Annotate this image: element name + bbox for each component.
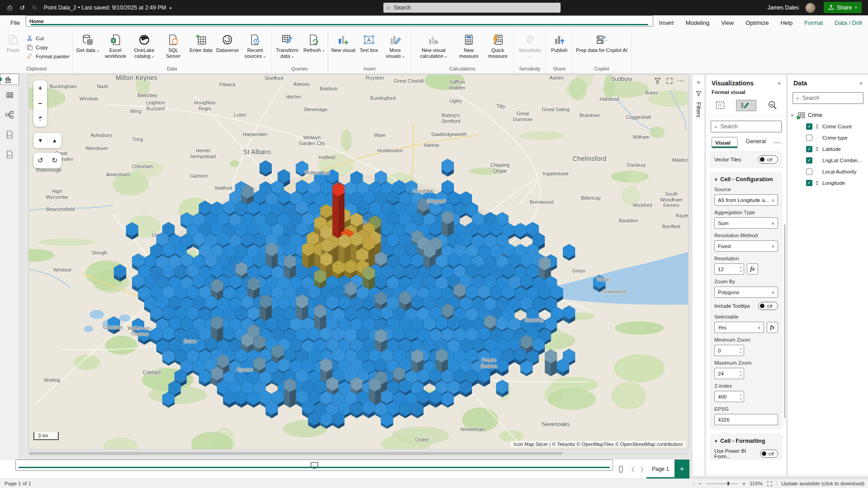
rotate-cw-button[interactable]: ↻ (48, 153, 62, 168)
new-measure-button[interactable]: New measure (454, 33, 483, 60)
zoom-slider[interactable] (706, 483, 738, 484)
enter-data-button[interactable]: Enter data (188, 33, 214, 54)
resolution-input[interactable]: 12∧∨ (714, 263, 744, 275)
get-data-button[interactable]: Get data ∨ (75, 33, 101, 54)
card-header[interactable]: ∨Cell - Formatting (714, 438, 778, 444)
more-options-icon[interactable]: ··· (678, 78, 684, 84)
aggregation-type-dropdown[interactable]: Sum∨ (714, 217, 778, 229)
build-visual-icon[interactable] (714, 99, 726, 111)
field-checkbox[interactable]: ✓ (806, 157, 812, 164)
prep-data-for-copilot-ai-button[interactable]: Prep data for Copilot AI (574, 33, 629, 54)
document-title[interactable]: Point Data_2 • Last saved: 9/10/2025 at … (44, 5, 172, 11)
tilt-control[interactable] (33, 111, 47, 127)
field-crime-count[interactable]: ✓ΣCrime Count (791, 121, 865, 132)
chevron-down-icon[interactable]: ∨ (791, 113, 795, 117)
paste-button[interactable]: Paste (1, 33, 25, 54)
zoom-by-dropdown[interactable]: Polygons∨ (714, 286, 778, 298)
zoom-out-control[interactable]: − (698, 480, 702, 487)
sidebar-item-report-view[interactable] (0, 74, 19, 85)
prev-page-arrow[interactable]: ❮ (628, 460, 637, 479)
new-visual-button[interactable]: New visual (330, 33, 357, 54)
resolution-method-dropdown[interactable]: Fixed∨ (714, 240, 778, 252)
zoom-out-button[interactable]: − (33, 96, 47, 111)
collapse-data-icon[interactable]: » (859, 80, 863, 86)
minimum-zoom-input[interactable]: 0∧∨ (714, 345, 744, 356)
quick-measure-button[interactable]: Quick measure (483, 33, 512, 60)
filter-icon[interactable] (654, 77, 661, 84)
desktop-layout-icon[interactable] (15, 460, 613, 471)
page-tab[interactable]: Page 1 (646, 460, 675, 479)
share-button[interactable]: Share∨ (824, 2, 862, 13)
toggle-switch[interactable]: Off (760, 450, 778, 458)
menu-tab-help[interactable]: Help (774, 15, 798, 30)
mobile-layout-icon[interactable] (613, 460, 628, 479)
undo-icon[interactable]: ↺ (19, 4, 25, 11)
format-visual-icon[interactable] (736, 100, 756, 111)
expand-filters-icon[interactable]: « (697, 79, 700, 85)
menu-tab-optimize[interactable]: Optimize (740, 15, 774, 30)
maximum-zoom-input[interactable]: 24∧∨ (714, 368, 744, 379)
field-checkbox[interactable]: ✓ (806, 180, 812, 186)
pitch-down-button[interactable]: ▼ (33, 133, 48, 148)
sql-server-button[interactable]: SQL Server (159, 33, 188, 60)
menu-tab-modeling[interactable]: Modeling (679, 15, 715, 30)
update-notice[interactable]: Update available (click to download) (781, 481, 864, 486)
toggle-switch[interactable]: Off (758, 302, 778, 310)
map-attribution[interactable]: Icon Map Slicer | © Tekantis © OpenMapTi… (511, 441, 685, 447)
avatar[interactable] (805, 3, 816, 13)
field-local-authority[interactable]: Local Authority (791, 166, 865, 177)
field-checkbox[interactable] (806, 169, 812, 175)
menu-tab-view[interactable]: View (715, 15, 740, 30)
next-page-arrow[interactable]: ❯ (637, 460, 646, 479)
field-latitude[interactable]: ✓ΣLatitude (791, 143, 865, 155)
toggle-switch[interactable]: Off (758, 155, 778, 164)
cut-button[interactable]: Cut (26, 34, 70, 42)
menu-tab-data-drill[interactable]: Data / Drill (829, 15, 868, 30)
rotate-ccw-button[interactable]: ↺ (33, 153, 48, 168)
menu-tab-format[interactable]: Format (798, 15, 829, 30)
map-visual[interactable]: UxbridgeLondonGreenwichWoolwichRomfordSi… (29, 75, 688, 449)
zoom-in-button[interactable]: + (33, 80, 47, 96)
panel-scrollbar[interactable] (784, 224, 786, 418)
sidebar-item-dax-query-view[interactable]: DAX (0, 125, 19, 145)
menu-tab-file[interactable]: File (5, 15, 26, 30)
pitch-up-button[interactable]: ▲ (48, 133, 62, 148)
selectable-fx-button[interactable]: fx (767, 322, 778, 333)
fit-to-page-icon[interactable] (767, 481, 773, 487)
field-checkbox[interactable]: ✓ (806, 123, 812, 130)
selectable-dropdown[interactable]: Yes∨ (714, 322, 764, 333)
format-painter-button[interactable]: Format painter (26, 52, 70, 60)
refresh-button[interactable]: Refresh ∨ (302, 33, 326, 54)
global-search-input[interactable]: ⌕ Search (383, 3, 561, 13)
analytics-icon[interactable] (766, 99, 778, 111)
new-page-button[interactable]: + (675, 460, 689, 479)
visualizations-search-input[interactable]: ⌕ Search (711, 121, 782, 132)
data-search-input[interactable]: ⌕ Search (793, 92, 863, 104)
onelake-catalog-button[interactable]: OneLake catalog ∨ (130, 33, 159, 60)
field-checkbox[interactable] (806, 135, 812, 141)
menu-tab-home[interactable]: Home (26, 15, 653, 27)
new-visual-calculation-button[interactable]: fxNew visual calculation ∨ (413, 33, 454, 60)
zoom-in-control[interactable]: + (742, 480, 746, 487)
transform-data-button[interactable]: Transform data ∨ (273, 33, 302, 60)
sidebar-item-tmdl-view[interactable]: TMDL (0, 145, 19, 164)
tab-visual[interactable]: Visual (712, 137, 738, 148)
menu-tab-insert[interactable]: Insert (653, 15, 680, 30)
field-lnglat-combin-[interactable]: ✓LngLat Combin... (791, 155, 865, 166)
sidebar-item-model-view[interactable] (0, 105, 19, 125)
resolution-fx-button[interactable]: fx (747, 263, 758, 275)
text-box-button[interactable]: AText box (357, 33, 381, 54)
publish-button[interactable]: Publish (547, 33, 571, 54)
dataverse-button[interactable]: Dataverse (214, 33, 241, 54)
tab-general[interactable]: General (746, 138, 766, 147)
card-header[interactable]: ∨Cell - Configuration (714, 176, 778, 183)
more-visuals-button[interactable]: More visuals ∨ (381, 33, 410, 60)
more-tabs-icon[interactable]: ··· (774, 140, 781, 146)
field-checkbox[interactable]: ✓ (806, 146, 812, 152)
field-longitude[interactable]: ✓ΣLongitude (791, 177, 865, 188)
collapse-visualizations-icon[interactable]: » (778, 80, 781, 86)
canvas-horizontal-scrollbar[interactable] (29, 452, 688, 455)
save-icon[interactable]: ⎙ (7, 4, 12, 12)
source-dropdown[interactable]: A5 from Longitude a...∨ (714, 194, 778, 206)
field-crime-type[interactable]: Crime type (791, 132, 865, 143)
